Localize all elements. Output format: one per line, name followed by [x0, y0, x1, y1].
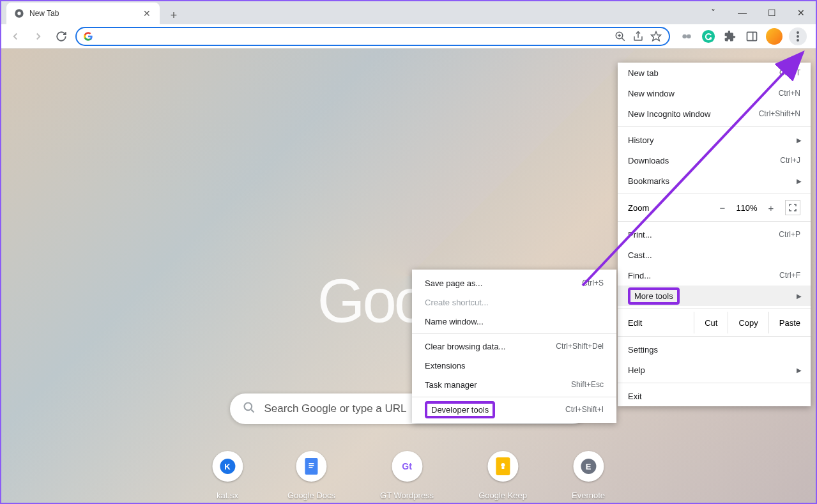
- window-dropdown-icon[interactable]: ˅: [698, 1, 728, 24]
- shortcuts-row: Kkat.sx Google Docs GtGT Wordpress Googl…: [212, 451, 605, 500]
- shortcut-google-keep[interactable]: Google Keep: [478, 451, 527, 500]
- bookmark-star-icon[interactable]: [650, 30, 662, 43]
- more-tools-submenu: Save page as...Ctrl+S Create shortcut...…: [412, 270, 616, 423]
- edit-cut-button[interactable]: Cut: [694, 312, 728, 333]
- menu-cast[interactable]: Cast...: [618, 245, 811, 265]
- svg-point-1: [17, 11, 20, 15]
- toolbar-extensions: [675, 27, 811, 45]
- svg-rect-19: [309, 465, 314, 466]
- toolbar: [1, 24, 816, 49]
- submenu-extensions[interactable]: Extensions: [412, 356, 616, 375]
- reload-button[interactable]: [52, 27, 70, 45]
- svg-rect-11: [747, 32, 757, 40]
- google-g-icon: [83, 31, 93, 42]
- share-icon[interactable]: [632, 30, 645, 43]
- minimize-button[interactable]: —: [728, 1, 757, 24]
- svg-point-14: [797, 35, 799, 38]
- chrome-menu-button[interactable]: [789, 27, 807, 45]
- profile-avatar[interactable]: [766, 28, 783, 45]
- fullscreen-button[interactable]: [785, 200, 800, 215]
- menu-downloads[interactable]: DownloadsCtrl+J: [618, 150, 811, 171]
- zoom-indicator-icon[interactable]: [614, 30, 627, 43]
- omnibox-input[interactable]: [98, 31, 609, 42]
- menu-history[interactable]: History▶: [618, 130, 811, 150]
- menu-print[interactable]: Print...Ctrl+P: [618, 224, 811, 245]
- menu-new-tab[interactable]: New tabCtrl+T: [618, 63, 811, 83]
- tab-favicon-icon: [14, 8, 24, 19]
- zoom-in-button[interactable]: +: [762, 202, 780, 213]
- edit-paste-button[interactable]: Paste: [768, 312, 811, 333]
- svg-point-8: [682, 34, 687, 38]
- menu-more-tools[interactable]: More tools▶: [618, 286, 811, 306]
- submenu-save-page[interactable]: Save page as...Ctrl+S: [412, 273, 616, 293]
- browser-tab[interactable]: New Tab ✕: [6, 3, 160, 24]
- forward-button[interactable]: [29, 27, 47, 45]
- shortcut-katsx[interactable]: Kkat.sx: [212, 451, 243, 500]
- submenu-developer-tools[interactable]: Developer toolsCtrl+Shift+I: [412, 400, 616, 419]
- svg-rect-20: [309, 467, 313, 468]
- svg-rect-18: [309, 463, 314, 464]
- svg-point-13: [797, 31, 799, 34]
- shortcut-evernote[interactable]: EEvernote: [572, 451, 605, 500]
- svg-point-10: [702, 29, 715, 42]
- sidepanel-icon[interactable]: [744, 29, 760, 44]
- menu-find[interactable]: Find...Ctrl+F: [618, 265, 811, 286]
- search-placeholder: Search Google or type a URL: [264, 402, 407, 415]
- address-bar[interactable]: [75, 27, 670, 46]
- svg-marker-7: [652, 31, 661, 40]
- maximize-button[interactable]: ☐: [757, 1, 786, 24]
- menu-settings[interactable]: Settings: [618, 339, 811, 360]
- submenu-clear-browsing[interactable]: Clear browsing data...Ctrl+Shift+Del: [412, 337, 616, 356]
- svg-point-9: [687, 34, 691, 38]
- svg-rect-22: [501, 467, 504, 469]
- submenu-name-window[interactable]: Name window...: [412, 312, 616, 331]
- menu-bookmarks[interactable]: Bookmarks▶: [618, 171, 811, 191]
- edit-copy-button[interactable]: Copy: [728, 312, 768, 333]
- svg-point-16: [244, 403, 252, 411]
- tab-title: New Tab: [29, 9, 137, 18]
- menu-zoom-row: Zoom − 110% +: [618, 197, 811, 218]
- extensions-puzzle-icon[interactable]: [722, 29, 738, 44]
- tab-bar: New Tab ✕ +: [1, 1, 816, 24]
- shortcut-gt-wordpress[interactable]: GtGT Wordpress: [380, 451, 434, 500]
- svg-line-17: [251, 409, 254, 412]
- zoom-out-button[interactable]: −: [714, 202, 731, 213]
- menu-edit-row: Edit Cut Copy Paste: [618, 312, 811, 333]
- extension-1-icon[interactable]: [679, 29, 694, 44]
- submenu-create-shortcut: Create shortcut...: [412, 293, 616, 312]
- svg-point-15: [797, 39, 799, 42]
- grammarly-icon[interactable]: [701, 29, 716, 44]
- menu-new-window[interactable]: New windowCtrl+N: [618, 83, 811, 103]
- shortcut-google-docs[interactable]: Google Docs: [287, 451, 335, 500]
- close-window-button[interactable]: ✕: [786, 1, 816, 24]
- submenu-task-manager[interactable]: Task managerShift+Esc: [412, 375, 616, 394]
- menu-help[interactable]: Help▶: [618, 360, 811, 380]
- new-tab-button[interactable]: +: [165, 6, 183, 24]
- svg-point-21: [501, 463, 505, 467]
- chrome-main-menu: New tabCtrl+T New windowCtrl+N New Incog…: [618, 63, 811, 406]
- zoom-value: 110%: [731, 203, 762, 213]
- menu-new-incognito[interactable]: New Incognito windowCtrl+Shift+N: [618, 103, 811, 124]
- menu-exit[interactable]: Exit: [618, 386, 811, 406]
- tab-close-button[interactable]: ✕: [142, 8, 152, 19]
- search-icon: [243, 401, 256, 416]
- back-button[interactable]: [6, 27, 24, 45]
- svg-line-3: [622, 38, 625, 41]
- window-controls: ˅ — ☐ ✕: [698, 1, 816, 24]
